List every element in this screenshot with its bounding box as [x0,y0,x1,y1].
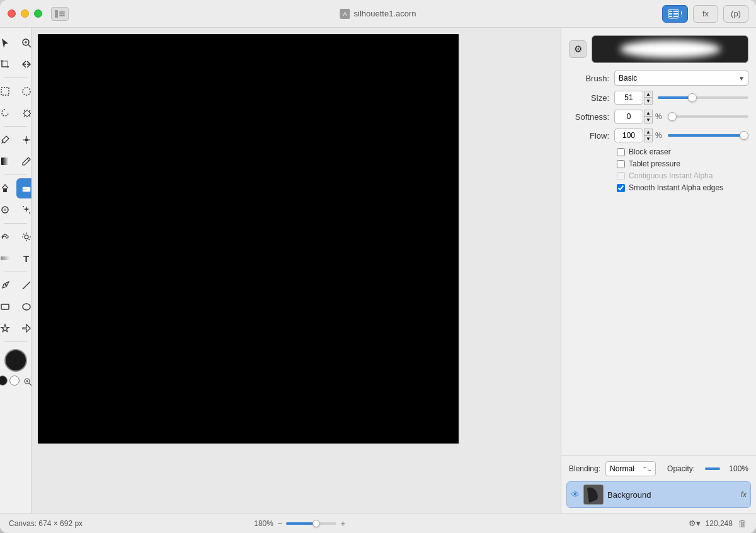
select-tool[interactable] [0,33,15,53]
canvas[interactable] [38,34,459,444]
foreground-color-swatch[interactable] [4,349,27,372]
opacity-slider[interactable] [705,467,720,470]
flow-stepper: ▲ ▼ [644,129,653,142]
layers-panel: Blending: Normal Multiply Screen Overlay… [561,456,756,513]
softness-input[interactable] [614,110,643,123]
brush-preview-row: ⚙ [569,35,748,63]
softness-slider[interactable] [668,115,748,118]
size-label: Size: [569,93,614,103]
fill-tool[interactable] [0,178,15,198]
softness-stepper-down[interactable]: ▼ [644,117,653,123]
svg-point-35 [23,304,30,310]
layer-thumbnail-svg [584,485,604,505]
svg-line-29 [23,234,25,235]
block-eraser-label: Block eraser [629,147,671,156]
star-shape-tool[interactable] [0,318,15,338]
zoom-slider-thumb[interactable] [312,520,320,527]
rect-shape-tool[interactable] [0,297,15,317]
brush-dropdown[interactable]: Basic Soft Hard [614,71,748,86]
softness-stepper-up[interactable]: ▲ [644,110,653,117]
titlebar-center: A silhouette1.acorn [340,9,416,19]
sidebar-toggle-button[interactable] [51,7,69,21]
size-stepper-up[interactable]: ▲ [644,91,653,98]
titlebar: A silhouette1.acorn ! fx (p) [0,0,756,28]
softness-stepper: ▲ ▼ [644,110,653,123]
size-slider-fill [658,96,692,99]
svg-point-23 [29,212,30,214]
zoom-plus-button[interactable]: + [340,519,345,529]
block-eraser-checkbox[interactable] [617,148,625,156]
zoom-slider[interactable] [286,522,336,525]
trash-icon[interactable]: 🗑 [738,518,747,529]
brush-softness-row: Softness: ▲ ▼ % [569,110,748,123]
size-stepper: ▲ ▼ [644,91,653,105]
window-title: silhouette1.acorn [353,9,416,18]
svg-line-30 [28,239,30,241]
flow-slider-thumb[interactable] [740,131,748,140]
layer-fx-label[interactable]: fx [741,490,747,499]
pen-tool[interactable] [0,275,15,295]
canvas-container [38,34,459,444]
contiguous-checkbox[interactable] [617,172,625,180]
paint-tool[interactable] [0,130,15,150]
svg-rect-1 [59,11,65,13]
flow-stepper-down[interactable]: ▼ [644,135,653,142]
brush-settings-gear-button[interactable]: ⚙ [569,40,587,58]
svg-point-22 [23,206,24,207]
flow-stepper-up[interactable]: ▲ [644,129,653,135]
svg-rect-34 [1,304,9,309]
background-small-swatch[interactable] [9,375,20,386]
layer-visibility-icon[interactable]: 👁 [571,490,580,500]
right-panel: ⚙ Brush: Basic Soft Hard [561,28,756,513]
softness-percent: % [655,112,665,121]
gear-icon: ⚙ [574,43,582,55]
svg-rect-0 [55,10,58,18]
brush-type-row: Brush: Basic Soft Hard ▼ [569,71,748,86]
size-stepper-down[interactable]: ▼ [644,98,653,105]
canvas-area[interactable] [32,28,561,513]
opacity-label: Opacity: [667,464,695,473]
gradient-tool[interactable] [0,151,15,171]
blending-dropdown[interactable]: Normal Multiply Screen Overlay [605,461,656,476]
settings-button[interactable]: ⚙▾ [689,519,701,528]
tablet-pressure-label: Tablet pressure [629,159,680,168]
softness-label: Softness: [569,112,614,122]
zoom-minus-button[interactable]: − [277,519,282,529]
cloud-shape-tool[interactable] [0,227,15,247]
rect-select-tool[interactable] [0,81,15,101]
zoom-value: 180% [254,519,273,528]
dodge-tool[interactable] [0,200,15,220]
color-tools [0,375,34,388]
tools-panel-button[interactable]: ! [662,5,688,23]
size-slider[interactable] [658,96,748,99]
foreground-small-swatch[interactable] [0,375,8,386]
layer-thumbnail [583,484,604,505]
app-window: A silhouette1.acorn ! fx (p) [0,0,756,533]
fx-panel-button[interactable]: fx [693,5,718,23]
status-right: ⚙▾ 120,248 🗑 [689,518,747,529]
status-bar: Canvas: 674 × 692 px 180% − + ⚙▾ 120,248… [0,513,756,533]
zoom-slider-fill [286,522,316,525]
svg-line-6 [28,45,31,47]
tablet-pressure-checkbox[interactable] [617,160,625,168]
lasso-tool[interactable] [0,103,15,123]
crop-tool[interactable] [0,54,15,74]
gradient-rect-tool[interactable] [0,248,15,268]
smooth-checkbox[interactable] [617,184,625,192]
layer-row-background[interactable]: 👁 Background fx [566,481,751,508]
brush-preview [592,35,748,63]
size-input[interactable] [614,91,643,105]
close-button[interactable] [8,9,16,18]
minimize-button[interactable] [21,9,29,18]
file-icon: A [340,9,350,19]
p-panel-button[interactable]: (p) [723,5,748,23]
maximize-button[interactable] [34,9,42,18]
flow-input[interactable] [614,129,643,142]
opacity-value: 100% [729,464,748,473]
flow-slider-fill [668,134,748,137]
silhouette-svg [38,34,459,444]
flow-slider[interactable] [668,134,748,137]
canvas-info: Canvas: 674 × 692 px [9,519,83,528]
size-slider-thumb[interactable] [688,93,697,102]
softness-slider-thumb[interactable] [668,112,677,121]
